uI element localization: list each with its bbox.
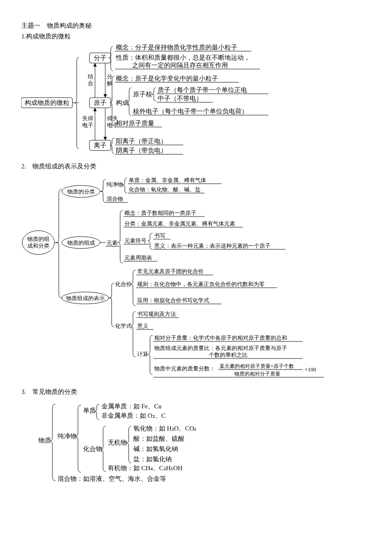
- d1-molecule: 分子: [94, 55, 107, 61]
- d1-neutron: 中子（不带电）: [158, 95, 202, 102]
- d2-write: 书写: [154, 232, 165, 239]
- d2-ratio2: 个数的乘积之比: [209, 352, 248, 358]
- d3-matter: 物质: [38, 437, 51, 444]
- d1-root: 构成物质的微粒: [24, 99, 69, 106]
- d2-calc: 计算: [137, 351, 148, 357]
- d2-times100: ×100: [305, 366, 316, 373]
- d2-frac1: 某元素的相对原子质量×原子个数: [219, 363, 294, 369]
- svg-marker-7: [104, 94, 107, 98]
- d2-common: 常见元素及原子团的化合价: [137, 268, 204, 275]
- d1-cation: 阳离子（带正电）: [116, 138, 167, 145]
- d1-compose: 构成: [115, 99, 129, 106]
- diagram-3: 物质 纯净物 混合物：如溶液、空气、海水、合金等 单质 化合物 金属单质：如 F…: [21, 400, 277, 485]
- d1-decomp2: 解: [107, 80, 112, 87]
- d2-relmm: 相对分子质量：化学式中各原子的相对原子质量的总和: [154, 335, 287, 341]
- d1-atom: 原子: [94, 99, 107, 106]
- d3-acid: 酸：如盐酸、硫酸: [133, 435, 184, 442]
- d3-pure: 纯净物: [58, 433, 77, 439]
- d3-metal: 金属单质：如 Fe、Cu: [101, 403, 162, 410]
- d1-mol-prop1: 性质：体积和质量都很小，总是在不断地运动，: [115, 54, 250, 61]
- d3-compound: 化合物: [83, 445, 102, 452]
- d2-valence: 化合价: [115, 281, 132, 287]
- d2-frac0: 物质中元素的质量分数：: [154, 365, 215, 372]
- d2-wrule: 书写规则及方法: [137, 311, 176, 317]
- d3-inorg: 无机物: [108, 439, 127, 446]
- d2-comp: 物质的组成: [67, 240, 95, 246]
- d3-simple: 单质: [83, 407, 96, 414]
- d1-lose2: 电子: [82, 122, 93, 128]
- d1-lose1: 失得: [82, 115, 93, 121]
- d2-symbol: 元素符号: [124, 237, 147, 244]
- d2-rule: 规则：在化合物中，各元素正负化合价的代数和为零: [137, 281, 265, 287]
- d1-relmass: 相对原子质量: [116, 120, 154, 127]
- d1-nucleus: 原子核: [133, 91, 152, 98]
- d1-electron: 核外电子（每个电子带一个单位负电荷）: [133, 108, 248, 115]
- d1-anion: 阴离子（带负电）: [116, 147, 167, 154]
- d2-elem-concept: 概念：质子数相同的一类原子: [124, 210, 196, 216]
- d1-decomp1: 分: [107, 73, 112, 80]
- d2-rep: 物质组成的表示: [66, 295, 105, 301]
- d2-elem: 元素: [107, 240, 118, 246]
- d3-org: 有机物：如 CH₄、C₂H₅OH: [108, 465, 182, 471]
- main-title: 主题一 物质构成的奥秘: [21, 21, 371, 30]
- d2-cls: 物质的分类: [67, 188, 95, 195]
- d2-meaning: 意义：表示一种元素；表示这种元素的一个原子: [154, 243, 271, 249]
- diagram-1: 构成物质的微粒 分子 原子 离子 结 合 分 解 失得 电子 得失 电子 概念：…: [21, 44, 371, 155]
- d2-formula: 化学式: [115, 323, 132, 329]
- diagram-2: 物质的组 成和分类 物质的分类 纯净物 单质：金属、非金属、稀有气体 化合物：氧…: [21, 174, 371, 379]
- d2-app: 应用：根据化合价书写化学式: [137, 297, 209, 304]
- svg-marker-9: [93, 108, 97, 111]
- d1-mol-prop2: 之间有一定的间隔且存在相互作用: [132, 62, 228, 69]
- d2-frac2: 物质的相对分子质量: [234, 371, 280, 377]
- section3-title: 3. 常见物质的分类: [21, 387, 371, 396]
- d2-root2: 成和分类: [27, 243, 49, 249]
- d2-ptable: 元素周期表: [124, 254, 152, 261]
- section2-title: 2. 物质组成的表示及分类: [21, 162, 371, 171]
- d1-atom-concept: 概念：原子是化学变化中的最小粒子: [116, 75, 218, 82]
- d1-combine2: 合: [88, 80, 93, 87]
- d2-compound: 化合物：氧化物、酸、碱、盐: [129, 186, 201, 193]
- d3-oxide: 氧化物：如 H₂O、CO₂: [133, 425, 196, 432]
- d3-base: 碱：如氢氧化钠: [133, 445, 178, 452]
- d2-elem-cls: 分类：金属元素、非金属元素、稀有气体元素: [124, 220, 235, 227]
- d3-nonmetal: 非金属单质：如 O₂、C: [101, 412, 166, 419]
- svg-marker-11: [104, 137, 107, 140]
- d2-simple: 单质：金属、非金属、稀有气体: [129, 177, 206, 183]
- svg-marker-5: [93, 63, 97, 66]
- d1-mol-concept: 概念：分子是保持物质化学性质的最小粒子: [116, 44, 237, 51]
- d3-mix: 混合物：如溶液、空气、海水、合金等: [58, 475, 166, 482]
- d2-ratio1: 物质组成元素的质量比：各元素的相对原子质量与原子: [154, 345, 287, 351]
- d2-mix: 混合物: [107, 196, 123, 202]
- d2-pure: 纯净物: [107, 181, 123, 188]
- section1-title: 1.构成物质的微粒: [21, 32, 371, 41]
- d2-fmean: 意义: [137, 323, 148, 329]
- d3-salt: 盐：如氯化钠: [133, 456, 172, 462]
- d1-combine1: 结: [88, 73, 93, 80]
- d1-proton: 质子（每个质子带一个单位正电: [158, 87, 247, 93]
- d1-ion: 离子: [94, 142, 107, 149]
- d2-root1: 物质的组: [27, 236, 49, 242]
